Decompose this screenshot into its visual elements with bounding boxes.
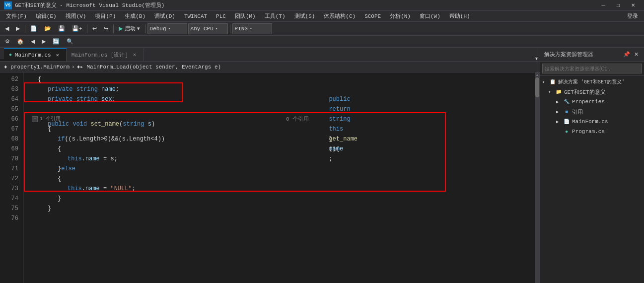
menu-tools[interactable]: 工具(T) — [261, 11, 289, 21]
separator-4 — [145, 24, 145, 33]
start-button[interactable]: ▶ 启动 ▾ — [116, 23, 143, 34]
code-line-72: { — [28, 174, 531, 184]
tab-icon-mainform: ● — [9, 52, 12, 58]
code-line-65 — [28, 104, 531, 114]
toolbar2-btn1[interactable]: ⚙ — [2, 36, 13, 47]
start-dropdown-arrow[interactable]: ▾ — [137, 25, 140, 32]
app-icon: VS — [4, 1, 12, 9]
scroll-up-button[interactable]: + — [535, 72, 540, 77]
tree-references[interactable]: ▶ ■ 引用 — [540, 107, 644, 117]
solution-label: 解决方案 'GET和SET的意义' — [558, 78, 625, 85]
tab-bar: ● MainForm.cs ✕ MainForm.cs [设计] ✕ ▾ — [0, 48, 540, 62]
solution-icon: 📋 — [549, 78, 556, 85]
build-arrow: ▾ — [250, 26, 252, 31]
restore-button[interactable]: □ — [611, 0, 625, 10]
tree-properties[interactable]: ▶ 🔧 Properties — [540, 97, 644, 107]
menu-scope[interactable]: SCOPE — [360, 12, 385, 20]
code-line-63: private string name ; — [28, 84, 531, 94]
tree-project[interactable]: ▾ 📁 GET和SET的意义 — [540, 87, 644, 97]
tree-mainform[interactable]: ▶ 📄 MainForm.cs — [540, 117, 644, 127]
undo-button[interactable]: ↩ — [89, 23, 100, 34]
toolbar2-btn3[interactable]: ◀ — [28, 36, 38, 47]
solution-explorer: 解决方案资源管理器 📌 ✕ ▾ 📋 解决方案 'GET和SET的意义' ▾ 📁 … — [540, 48, 644, 283]
menu-window[interactable]: 窗口(W) — [416, 11, 444, 21]
new-file-button[interactable]: 📄 — [27, 23, 40, 34]
start-icon: ▶ — [119, 25, 123, 32]
properties-label: Properties — [572, 99, 605, 105]
code-editor[interactable]: 62 63 64 65 66 67 68 69 70 71 72 73 74 7… — [0, 72, 540, 283]
solution-arrow: ▾ — [542, 79, 547, 85]
toolbar2-btn5[interactable]: 🔄 — [50, 36, 63, 47]
menu-file[interactable]: 文件(F) — [2, 11, 31, 21]
sidebar-close-button[interactable]: ✕ — [633, 51, 640, 58]
menu-debug[interactable]: 调试(D) — [150, 11, 179, 21]
code-line-66-code: public void set_name ( string s ) public… — [28, 114, 531, 124]
forward-button[interactable]: ▶ — [13, 23, 23, 34]
breadcrumb-method: ♦▸ MainForm_Load(object sender, EventArg… — [77, 64, 221, 70]
menu-analyze[interactable]: 分析(N) — [386, 11, 415, 21]
vertical-scrollbar[interactable]: + — [535, 72, 540, 283]
code-content[interactable]: { private string name ; private — [24, 72, 535, 283]
tab-mainform-designer[interactable]: MainForm.cs [设计] ✕ — [67, 48, 143, 61]
project-arrow: ▾ — [548, 89, 553, 95]
minimize-button[interactable]: ─ — [596, 0, 610, 10]
separator-2 — [87, 24, 87, 33]
tab-label-designer: MainForm.cs [设计] — [72, 51, 128, 59]
project-label: GET和SET的意义 — [564, 88, 606, 96]
platform-dropdown[interactable]: Any CPU ▾ — [188, 23, 228, 34]
back-button[interactable]: ◀ — [2, 23, 12, 34]
sidebar-pin-button[interactable]: 📌 — [622, 51, 632, 58]
code-line-76 — [28, 213, 531, 223]
breadcrumb-bar: ♦ property1.MainForm › ♦▸ MainForm_Load(… — [0, 62, 540, 72]
menu-edit[interactable]: 编辑(E) — [32, 11, 61, 21]
sidebar-header: 解决方案资源管理器 📌 ✕ — [540, 48, 644, 62]
menu-arch[interactable]: 体系结构(C) — [320, 11, 359, 21]
build-dropdown[interactable]: PING ▾ — [232, 23, 272, 34]
config-arrow: ▾ — [168, 26, 171, 31]
project-icon: 📁 — [555, 88, 562, 95]
menu-test[interactable]: 测试(S) — [290, 11, 319, 21]
toolbar2-btn4[interactable]: ▶ — [39, 36, 49, 47]
code-line-74: } — [28, 194, 531, 204]
sidebar-search-input[interactable] — [542, 64, 642, 73]
redo-button[interactable]: ↪ — [101, 23, 111, 34]
code-line-73: this . name = "NULL" ; — [28, 184, 531, 194]
properties-icon: 🔧 — [563, 98, 570, 105]
tab-mainform-cs[interactable]: ● MainForm.cs ✕ — [4, 48, 67, 61]
menu-view[interactable]: 视图(V) — [62, 11, 90, 21]
line-numbers: 62 63 64 65 66 67 68 69 70 71 72 73 74 7… — [0, 72, 24, 283]
tab-close-designer[interactable]: ✕ — [131, 51, 138, 58]
login-button[interactable]: 登录 — [623, 11, 642, 21]
open-button[interactable]: 📂 — [41, 23, 54, 34]
sidebar-search-area[interactable] — [540, 62, 644, 76]
scrollbar-thumb[interactable] — [535, 77, 539, 97]
config-dropdown[interactable]: Debug ▾ — [147, 23, 187, 34]
tab-dropdown-button[interactable]: ▾ — [533, 56, 540, 61]
tree-program[interactable]: ▶ ● Program.cs — [540, 127, 644, 137]
platform-arrow: ▾ — [215, 26, 218, 31]
menu-help[interactable]: 帮助(H) — [445, 11, 474, 21]
menu-twincat[interactable]: TWINCAT — [180, 12, 211, 20]
breadcrumb-separator: › — [72, 64, 75, 70]
code-line-75: } — [28, 204, 531, 213]
menu-team[interactable]: 团队(M) — [231, 11, 260, 21]
save-all-button[interactable]: 💾+ — [69, 23, 85, 34]
toolbar2: ⚙ 🏠 ◀ ▶ 🔄 🔍 — [0, 36, 644, 48]
menu-plc[interactable]: PLC — [212, 12, 230, 20]
tab-label-mainform: MainForm.cs — [15, 52, 51, 58]
separator-5 — [230, 24, 230, 33]
sidebar-controls[interactable]: 📌 ✕ — [622, 51, 640, 58]
window-controls[interactable]: ─ □ ✕ — [596, 0, 640, 10]
save-button[interactable]: 💾 — [55, 23, 68, 34]
menu-build[interactable]: 生成(B) — [121, 11, 149, 21]
window-title: GET和SET的意义 - Microsoft Visual Studio(管理员… — [15, 1, 596, 9]
toolbar2-btn6[interactable]: 🔍 — [64, 36, 76, 47]
close-button[interactable]: ✕ — [626, 0, 640, 10]
references-arrow: ▶ — [556, 109, 561, 115]
menu-project[interactable]: 项目(P) — [91, 11, 120, 21]
toolbar2-btn2[interactable]: 🏠 — [14, 36, 27, 47]
tab-close-mainform[interactable]: ✕ — [54, 52, 61, 59]
code-line-64: private string sex ; — [28, 94, 531, 104]
program-label: Program.cs — [572, 129, 605, 135]
tree-solution[interactable]: ▾ 📋 解决方案 'GET和SET的意义' — [540, 77, 644, 87]
